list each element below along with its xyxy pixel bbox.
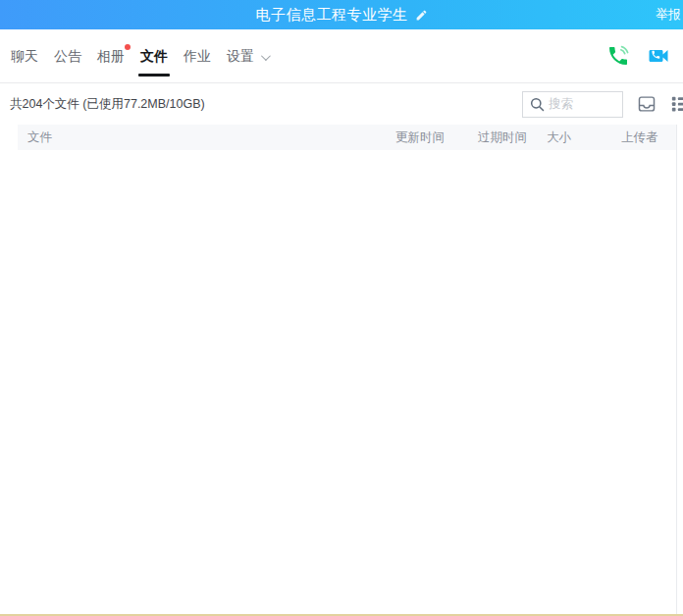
video-call-icon[interactable] xyxy=(647,44,670,68)
header-update-time: 更新时间 xyxy=(395,129,478,146)
group-file-manager-window: 电子信息工程专业学生 举报 聊天 公告 相册 文件 作业 设置 xyxy=(0,0,683,616)
window-title-bar: 电子信息工程专业学生 举报 xyxy=(0,0,683,29)
toolbar-right xyxy=(522,91,683,118)
edit-pencil-icon[interactable] xyxy=(415,9,428,22)
table-header: 文件 更新时间 过期时间 大小 上传者 xyxy=(18,125,677,150)
list-view-icon[interactable] xyxy=(670,93,683,115)
header-uploader: 上传者 xyxy=(621,129,677,146)
tab-album[interactable]: 相册 xyxy=(97,29,125,82)
search-box[interactable] xyxy=(522,91,623,118)
report-link[interactable]: 举报 xyxy=(656,0,681,29)
search-icon xyxy=(530,97,545,112)
tab-files[interactable]: 文件 xyxy=(140,29,168,82)
tab-settings[interactable]: 设置 xyxy=(227,29,268,82)
chevron-down-icon xyxy=(261,51,271,61)
files-toolbar: 共204个文件 (已使用77.2MB/10GB) xyxy=(0,83,683,125)
voice-call-icon[interactable] xyxy=(606,44,630,68)
tab-announcement[interactable]: 公告 xyxy=(54,29,81,82)
call-actions xyxy=(606,44,683,68)
group-title: 电子信息工程专业学生 xyxy=(256,6,428,25)
notification-dot xyxy=(125,44,131,50)
download-inbox-icon[interactable] xyxy=(636,93,657,115)
tab-homework[interactable]: 作业 xyxy=(184,29,211,82)
header-size: 大小 xyxy=(547,129,621,146)
tab-bar: 聊天 公告 相册 文件 作业 设置 xyxy=(0,29,683,83)
header-expiry-time: 过期时间 xyxy=(478,129,547,146)
search-input[interactable] xyxy=(549,97,613,111)
group-title-text: 电子信息工程专业学生 xyxy=(256,6,408,25)
file-count-summary: 共204个文件 (已使用77.2MB/10GB) xyxy=(10,96,205,113)
header-file: 文件 xyxy=(27,129,395,146)
tabs: 聊天 公告 相册 文件 作业 设置 xyxy=(11,29,268,82)
scrollbar-track[interactable] xyxy=(676,125,677,616)
tab-chat[interactable]: 聊天 xyxy=(11,29,38,82)
